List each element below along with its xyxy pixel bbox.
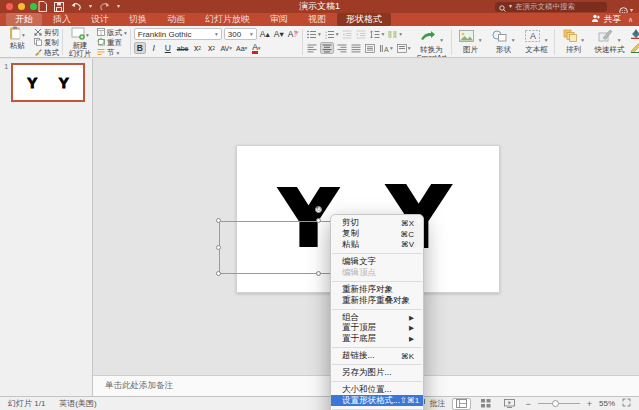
- tab-review[interactable]: 审阅: [261, 13, 297, 26]
- tab-transitions[interactable]: 切换: [120, 13, 156, 26]
- tab-slideshow[interactable]: 幻灯片放映: [196, 13, 259, 26]
- menu-item-edit-text[interactable]: 编辑文字: [331, 257, 423, 268]
- fit-slide-button[interactable]: [622, 398, 631, 409]
- new-slide-caret: ▾: [86, 32, 89, 38]
- font-size-select[interactable]: 300▾: [224, 28, 257, 40]
- strikethrough-button[interactable]: abe: [176, 42, 190, 54]
- menu-item-hyperlink[interactable]: 超链接...⌘K: [331, 351, 423, 362]
- notes-placeholder: 单击此处添加备注: [105, 380, 173, 392]
- ribbon-tab-bar: 开始插入设计切换动画幻灯片放映审阅视图形状格式 共享 ∧: [0, 13, 639, 26]
- subscript-button[interactable]: x2: [205, 42, 217, 54]
- copy-button[interactable]: 复制: [34, 38, 59, 47]
- underline-button[interactable]: U: [162, 42, 174, 54]
- superscript-button[interactable]: x2: [191, 42, 203, 54]
- selection-handle-mid-left[interactable]: [216, 245, 221, 250]
- tab-insert[interactable]: 插入: [44, 13, 80, 26]
- clear-formatting-button[interactable]: A𝄢̸: [287, 28, 299, 40]
- arrange-button[interactable]: ▾ 排列: [558, 28, 588, 54]
- copy-icon: [34, 38, 42, 48]
- menu-item-send-to-back[interactable]: 置于底层▶: [331, 334, 423, 345]
- increase-indent-button[interactable]: [355, 28, 367, 40]
- status-bar: 幻灯片 1/1 英语(美国) 批注 − + 55%: [0, 396, 639, 410]
- menu-item-group[interactable]: 组合▶: [331, 312, 423, 323]
- zoom-in-button[interactable]: +: [587, 399, 592, 409]
- rotation-handle[interactable]: [315, 206, 322, 213]
- character-spacing-button[interactable]: AV▾: [219, 42, 233, 54]
- italic-button[interactable]: I: [148, 42, 160, 54]
- shapes-button[interactable]: ▾ 形状: [488, 28, 518, 54]
- menu-item-bring-to-front[interactable]: 置于顶层▶: [331, 323, 423, 334]
- menu-item-reorder-overlapping[interactable]: 重新排序重叠对象: [331, 295, 423, 306]
- grow-font-button[interactable]: A▴: [259, 28, 271, 40]
- menu-item-paste[interactable]: 粘贴⌘V: [331, 240, 423, 251]
- tab-design[interactable]: 设计: [82, 13, 118, 26]
- numbering-button[interactable]: ▾: [324, 28, 340, 40]
- menu-item-label: 另存为图片...: [342, 367, 414, 379]
- textbox-caret: ▾: [545, 37, 548, 43]
- selection-handle-top-left[interactable]: [216, 218, 221, 223]
- menu-item-cut[interactable]: 剪切⌘X: [331, 218, 423, 229]
- normal-view-button[interactable]: [452, 398, 471, 410]
- format-painter-button[interactable]: 格式: [34, 48, 59, 57]
- selection-handle-top-center[interactable]: [316, 218, 321, 223]
- change-case-button[interactable]: Aa▾: [235, 42, 248, 54]
- tab-view[interactable]: 视图: [299, 13, 335, 26]
- selection-handle-bottom-center[interactable]: [316, 271, 321, 276]
- columns-button[interactable]: ▾: [387, 28, 403, 40]
- quick-styles-button[interactable]: ▾ 快速样式: [591, 28, 627, 54]
- tab-animations[interactable]: 动画: [158, 13, 194, 26]
- section-button[interactable]: 节▾: [97, 48, 127, 57]
- convert-to-smartart-button[interactable]: ▾ 转换为 SmartArt: [414, 28, 448, 58]
- bullets-button[interactable]: ▾: [306, 28, 322, 40]
- collapse-ribbon-icon[interactable]: ∧: [628, 16, 633, 24]
- zoom-slider-knob[interactable]: [552, 400, 559, 407]
- align-left-button[interactable]: [306, 42, 318, 54]
- font-name-select[interactable]: Franklin Gothic▾: [134, 28, 222, 40]
- picture-icon: [459, 28, 474, 45]
- share-button[interactable]: 共享 ∧: [591, 13, 633, 26]
- shrink-font-button[interactable]: A▾: [273, 28, 285, 40]
- shape-fill-button[interactable]: 形状填充▾: [630, 28, 639, 41]
- menu-item-format-shape[interactable]: 设置形状格式...⇧⌘1: [331, 395, 423, 406]
- slide-thumbnail[interactable]: Y Y: [11, 63, 85, 102]
- menu-item-reorder-objects[interactable]: 重新排序对象: [331, 284, 423, 295]
- slide-sorter-view-button[interactable]: [478, 398, 494, 410]
- tab-shape-format[interactable]: 形状格式: [337, 13, 391, 26]
- textbox-button[interactable]: A ▾ 文本框: [521, 28, 551, 54]
- decrease-indent-button[interactable]: [341, 28, 353, 40]
- submenu-arrow-icon: ▶: [409, 314, 414, 322]
- align-text-button[interactable]: ▾: [396, 42, 412, 54]
- paste-button[interactable]: ▾ 粘贴: [3, 28, 31, 50]
- text-direction-button[interactable]: A▾: [378, 42, 394, 54]
- align-center-button[interactable]: [320, 42, 334, 54]
- reset-button[interactable]: 重置: [97, 38, 127, 47]
- justify-button[interactable]: [350, 42, 362, 54]
- shape-outline-button[interactable]: 形状轮廓▾: [630, 42, 639, 55]
- tab-home[interactable]: 开始: [6, 13, 42, 26]
- layout-button[interactable]: 版式▾: [97, 28, 127, 37]
- new-slide-button[interactable]: ▾ 新建 幻灯片: [66, 28, 94, 58]
- menu-item-shortcut: ⌘C: [400, 230, 414, 239]
- search-field[interactable]: ▾ 在演示文稿中搜索: [495, 2, 607, 12]
- distribute-button[interactable]: [364, 42, 376, 54]
- cut-button[interactable]: 剪切: [34, 28, 59, 37]
- menu-item-save-as-picture[interactable]: 另存为图片...: [331, 368, 423, 379]
- search-placeholder: 在演示文稿中搜索: [515, 2, 575, 12]
- menu-item-copy[interactable]: 复制⌘C: [331, 229, 423, 240]
- powerpoint-window: ▾ ▾ 演示文稿1 ▾ 在演示文稿中搜索 ▾ 开始插入设计切换动画幻灯片放映审阅…: [0, 0, 639, 410]
- selection-handle-bottom-left[interactable]: [216, 271, 221, 276]
- search-scope-caret[interactable]: ▾: [509, 1, 512, 12]
- bold-button[interactable]: B: [134, 42, 146, 54]
- zoom-out-button[interactable]: −: [525, 399, 530, 409]
- paragraph-group: ▾ ▾ ▾ ▾ A▾ ▾: [306, 28, 412, 54]
- slideshow-view-button[interactable]: [501, 398, 518, 410]
- line-spacing-button[interactable]: ▾: [369, 28, 385, 40]
- menu-item-size-and-position[interactable]: 大小和位置...: [331, 385, 423, 396]
- zoom-level[interactable]: 55%: [599, 399, 615, 408]
- font-color-button[interactable]: A▾: [250, 42, 262, 54]
- picture-button[interactable]: ▾ 图片: [455, 28, 485, 54]
- align-right-button[interactable]: [336, 42, 348, 54]
- menu-separator: [332, 381, 422, 382]
- language-indicator[interactable]: 英语(美国): [59, 398, 96, 409]
- zoom-slider[interactable]: [538, 403, 580, 404]
